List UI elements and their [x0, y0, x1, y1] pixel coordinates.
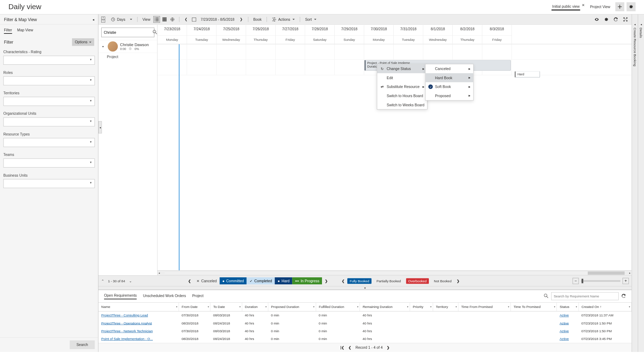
table-header[interactable]: Fulfilled Duration▾	[316, 303, 360, 311]
resource-search-input[interactable]	[104, 30, 151, 34]
bottom-tab-project[interactable]: Project	[192, 294, 204, 299]
filter-select-6[interactable]	[4, 179, 95, 188]
expand-all-button[interactable]: +	[101, 17, 105, 19]
next-range-button[interactable]: ❯	[238, 16, 244, 23]
zoom-in-button[interactable]: +	[623, 278, 629, 284]
table-header[interactable]: Proposed Duration▾	[268, 303, 316, 311]
collapse-sidebar-icon[interactable]: ◂	[92, 18, 94, 21]
resource-child[interactable]: Project	[98, 53, 157, 61]
booking-hard-label[interactable]: Hard	[515, 71, 540, 77]
sidebar-tab-filter[interactable]: Filter	[4, 28, 12, 34]
bottom-search-input[interactable]	[551, 292, 619, 300]
filter-select-2[interactable]	[4, 97, 95, 106]
column-filter-icon[interactable]: ▾	[554, 305, 555, 308]
column-filter-icon[interactable]: ▾	[176, 305, 178, 308]
legend-chip[interactable]: •••In Progress	[292, 277, 322, 284]
status-chip[interactable]: Overbooked	[406, 278, 429, 284]
zoom-out-button[interactable]: −	[573, 278, 579, 284]
table-header[interactable]: Status▾	[557, 303, 579, 311]
context-subitem[interactable]: Proposed▶	[425, 91, 473, 100]
view-tab-initial[interactable]: Initial public view	[552, 3, 580, 11]
row-status[interactable]: Active	[557, 311, 579, 319]
resource-expand-icon[interactable]: ▾	[101, 44, 105, 49]
legend-collapse-icon[interactable]: ▼	[361, 286, 369, 290]
filter-select-1[interactable]	[4, 76, 95, 86]
context-item[interactable]: Edit	[377, 73, 427, 82]
legend-chip[interactable]: ●Committed	[220, 277, 247, 284]
horizontal-scrollbar[interactable]: ◂ ▸	[157, 270, 632, 275]
context-item[interactable]: ↻Change Status▶	[377, 64, 427, 73]
calendar-icon[interactable]	[191, 16, 197, 23]
search-icon[interactable]	[153, 30, 157, 35]
search-button[interactable]: Search	[70, 340, 95, 349]
pager-down-icon[interactable]: ⌄	[129, 279, 132, 283]
column-filter-icon[interactable]: ▾	[313, 305, 315, 308]
table-header[interactable]: Created On ↑▾	[579, 303, 632, 311]
column-filter-icon[interactable]: ▾	[430, 305, 432, 308]
table-header[interactable]: Duration▾	[242, 303, 268, 311]
board-settings-icon[interactable]	[603, 16, 610, 23]
globe-view-icon[interactable]	[169, 16, 175, 23]
row-name[interactable]: ProjectThree - Operations Analyst	[98, 319, 179, 327]
add-view-button[interactable]	[615, 2, 624, 11]
table-row[interactable]: ProjectThree - Network Technician 07/30/…	[98, 327, 631, 335]
settings-button[interactable]	[626, 2, 636, 11]
details-rail[interactable]: ◂ Details	[638, 14, 644, 352]
status-chip[interactable]: Partially Booked	[374, 278, 403, 284]
filter-select-5[interactable]	[4, 158, 95, 168]
status-chip[interactable]: Fully Booked	[347, 278, 371, 284]
view-tab-project[interactable]: Project View	[590, 4, 611, 10]
prev-range-button[interactable]: ❮	[183, 16, 189, 23]
row-status[interactable]: Active	[557, 327, 579, 335]
legend-next-icon[interactable]: ❯	[325, 279, 328, 283]
actions-dropdown[interactable]: Actions	[270, 16, 296, 23]
pager-up-icon[interactable]: ⌃	[101, 279, 104, 283]
row-status[interactable]: Active	[557, 319, 579, 327]
column-filter-icon[interactable]: ▾	[456, 305, 457, 308]
column-filter-icon[interactable]: ▾	[576, 305, 577, 308]
table-row[interactable]: ProjectThree - Consulting Lead 07/30/201…	[98, 311, 631, 319]
bottom-search-icon[interactable]	[544, 294, 548, 299]
status-next-icon[interactable]: ❯	[457, 279, 459, 283]
record-first-icon[interactable]: |❮	[340, 346, 344, 350]
create-booking-rail[interactable]: ◂ Create Resource Booking	[632, 14, 638, 352]
row-status[interactable]: Active	[557, 335, 579, 343]
sidebar-tab-mapview[interactable]: Map View	[17, 28, 33, 34]
book-button[interactable]: Book	[252, 16, 263, 23]
legend-chip[interactable]: ✓Completed	[247, 277, 275, 284]
collapse-all-button[interactable]: −	[101, 20, 105, 23]
row-name[interactable]: ProjectThree - Network Technician	[98, 327, 179, 335]
resource-item[interactable]: ▾ Christie Dawson 0:00 0%	[98, 40, 157, 53]
zoom-slider[interactable]	[581, 280, 620, 282]
filter-select-0[interactable]	[4, 56, 95, 65]
column-filter-icon[interactable]: ▾	[508, 305, 509, 308]
column-filter-icon[interactable]: ▾	[357, 305, 359, 308]
table-header[interactable]: Time To Promised▾	[511, 303, 557, 311]
column-filter-icon[interactable]: ▾	[265, 305, 267, 308]
resource-search-box[interactable]	[101, 27, 154, 37]
table-header[interactable]: Time From Promised▾	[458, 303, 511, 311]
close-view-icon[interactable]: ✕	[582, 3, 585, 7]
filter-select-3[interactable]	[4, 118, 95, 127]
legend-chip[interactable]: ✕Canceled	[194, 277, 220, 284]
table-header[interactable]: Remaining Duration▾	[360, 303, 410, 311]
legend-chip[interactable]: ●Hard	[275, 277, 292, 284]
table-row[interactable]: Point of Sale Implementation - O... 08/2…	[98, 335, 631, 343]
context-subitem[interactable]: Canceled▶	[425, 64, 473, 73]
column-filter-icon[interactable]: ▾	[208, 305, 209, 308]
row-name[interactable]: ProjectThree - Consulting Lead	[98, 311, 179, 319]
bottom-tab-unscheduled[interactable]: Unscheduled Work Orders	[143, 294, 186, 299]
sort-dropdown[interactable]: Sort	[303, 16, 318, 23]
record-prev-icon[interactable]: ❮	[348, 346, 352, 350]
days-dropdown[interactable]: Days	[109, 16, 134, 23]
record-next-icon[interactable]: ❯	[387, 346, 390, 350]
sidebar-collapse-handle[interactable]: ◂	[98, 121, 102, 133]
column-filter-icon[interactable]: ▾	[407, 305, 408, 308]
bottom-refresh-icon[interactable]	[622, 294, 626, 299]
status-prev-icon[interactable]: ❮	[342, 279, 344, 283]
eye-icon[interactable]	[593, 16, 600, 23]
list-view-icon[interactable]	[153, 16, 160, 23]
table-row[interactable]: ProjectThree - Operations Analyst 08/20/…	[98, 319, 631, 327]
table-header[interactable]: To Date▾	[210, 303, 242, 311]
context-item[interactable]: ⇄Substitute Resource▶	[377, 82, 427, 92]
